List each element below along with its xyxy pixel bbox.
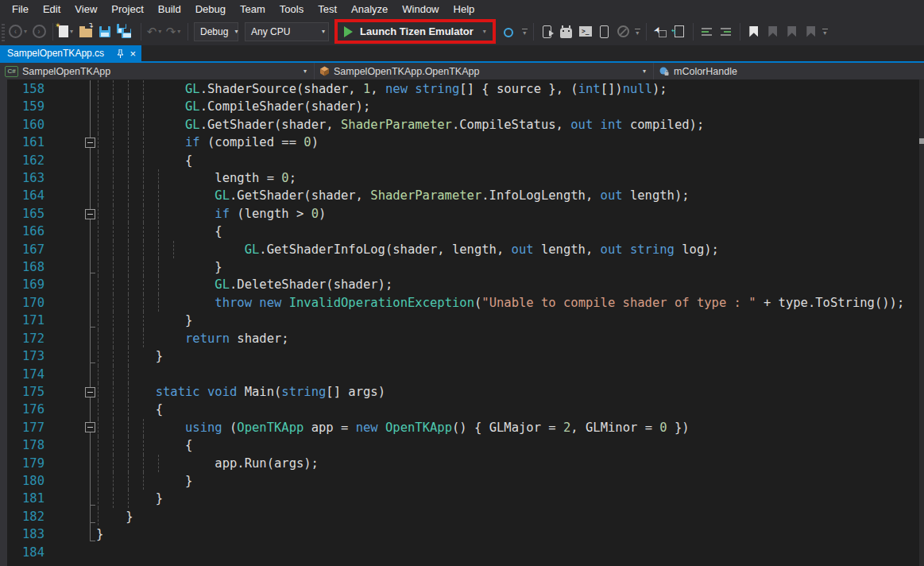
platform-value: Any CPU — [251, 26, 290, 37]
code-line-165[interactable]: 165 if (length > 0) — [0, 205, 924, 223]
next-bookmark-button[interactable] — [783, 21, 801, 43]
menu-item-team[interactable]: Team — [233, 2, 273, 17]
project-dropdown[interactable]: C# SampelOpenTKApp ▾ — [0, 63, 315, 79]
line-number: 175 — [0, 383, 44, 401]
code-line-178[interactable]: 178 { — [0, 436, 924, 454]
code-line-167[interactable]: 167 GL.GetShaderInfoLog(shader, length, … — [0, 241, 924, 258]
no-device-button[interactable] — [615, 21, 632, 43]
code-line-184[interactable]: 184 — [0, 544, 924, 561]
emulator-manager-button[interactable] — [558, 21, 575, 43]
menu-item-test[interactable]: Test — [311, 2, 344, 17]
increase-indent-button[interactable] — [717, 21, 735, 43]
code-line-174[interactable]: 174 — [0, 366, 924, 383]
line-number: 181 — [0, 490, 44, 507]
collapse-region-icon[interactable] — [85, 209, 95, 219]
sdb-terminal-button[interactable]: >_ — [577, 21, 594, 43]
back-history-dropdown[interactable]: ▾ — [22, 28, 29, 35]
toolbar-overflow-button[interactable]: ▾ — [520, 29, 529, 35]
navigate-forward-button[interactable]: › — [30, 21, 48, 43]
vertical-scrollbar[interactable] — [919, 79, 924, 566]
menu-item-analyze[interactable]: Analyze — [344, 2, 395, 17]
code-line-158[interactable]: 158 GL.ShaderSource(shader, 1, new strin… — [0, 80, 924, 98]
launch-on-device-button[interactable] — [539, 21, 556, 43]
launch-tizen-emulator-button[interactable]: Launch Tizen Emulator ▾ — [344, 25, 488, 37]
menu-item-view[interactable]: View — [68, 2, 104, 17]
code-line-159[interactable]: 159 GL.CompileShader(shader); — [0, 98, 924, 115]
save-all-button[interactable] — [115, 24, 136, 40]
clear-bookmarks-button[interactable] — [802, 21, 820, 43]
visual-studio-window: FileEditViewProjectBuildDebugTeamToolsTe… — [0, 0, 924, 566]
member-dropdown[interactable]: mColorHandle — [654, 63, 924, 79]
menu-item-build[interactable]: Build — [151, 2, 188, 17]
code-line-173[interactable]: 173 } — [0, 347, 924, 365]
redo-dropdown[interactable]: ▾ — [176, 28, 182, 35]
code-line-162[interactable]: 162 { — [0, 152, 924, 169]
close-icon[interactable]: × — [130, 48, 136, 59]
code-line-170[interactable]: 170 throw new InvalidOperationException(… — [0, 294, 924, 312]
type-dropdown[interactable]: SampelOpenTKApp.OpenTKApp ▾ — [315, 63, 654, 79]
code-line-166[interactable]: 166 { — [0, 223, 924, 240]
menu-item-file[interactable]: File — [5, 2, 36, 17]
member-name: mColorHandle — [674, 66, 737, 77]
menu-item-help[interactable]: Help — [447, 2, 482, 17]
menu-item-edit[interactable]: Edit — [36, 2, 68, 17]
previous-bookmark-button[interactable] — [764, 21, 782, 43]
redo-button[interactable]: ↷ ▾ — [165, 21, 183, 43]
code-line-160[interactable]: 160 GL.GetShader(shader, ShaderParameter… — [0, 116, 924, 134]
sync-active-document-button[interactable] — [671, 21, 688, 43]
solution-explorer-search-button[interactable] — [502, 21, 520, 43]
undo-dropdown[interactable]: ▾ — [157, 28, 163, 35]
code-line-180[interactable]: 180 } — [0, 472, 924, 490]
line-number: 158 — [0, 80, 44, 98]
menu-item-project[interactable]: Project — [104, 2, 150, 17]
code-line-171[interactable]: 171 } — [0, 312, 924, 329]
code-line-168[interactable]: 168 } — [0, 258, 924, 276]
code-line-161[interactable]: 161 if (compiled == 0) — [0, 134, 924, 151]
toolbar-separator — [141, 23, 141, 41]
code-line-172[interactable]: 172 return shader; — [0, 330, 924, 347]
open-file-button[interactable] — [77, 21, 95, 43]
device-manager-button[interactable] — [596, 21, 613, 43]
scrollbar-thumb[interactable] — [919, 138, 924, 144]
bookmark-group-overflow[interactable]: ▾ — [821, 29, 829, 35]
code-line-183[interactable]: 183} — [0, 525, 924, 543]
solution-configuration-select[interactable]: Debug ▾ — [194, 22, 238, 41]
menu-item-tools[interactable]: Tools — [273, 2, 311, 17]
code-line-175[interactable]: 175 static void Main(string[] args) — [0, 383, 924, 401]
code-line-179[interactable]: 179 app.Run(args); — [0, 455, 924, 472]
code-editor[interactable]: 158 GL.ShaderSource(shader, 1, new strin… — [0, 79, 924, 566]
launch-dropdown[interactable]: ▾ — [481, 28, 488, 35]
go-to-definition-button[interactable] — [651, 21, 669, 43]
collapse-region-icon[interactable] — [85, 138, 95, 148]
toolbar-grip[interactable] — [2, 22, 5, 41]
collapse-region-icon[interactable] — [85, 387, 95, 397]
decrease-indent-button[interactable] — [698, 21, 716, 43]
code-line-169[interactable]: 169 GL.DeleteShader(shader); — [0, 276, 924, 293]
code-line-181[interactable]: 181 } — [0, 490, 924, 507]
code-line-182[interactable]: 182 } — [0, 508, 924, 525]
device-play-icon — [543, 25, 551, 38]
device-group-overflow[interactable]: ▾ — [633, 29, 642, 35]
new-item-button[interactable]: ▾ — [58, 21, 75, 43]
pin-icon[interactable] — [117, 49, 124, 58]
collapse-region-icon[interactable] — [85, 422, 95, 432]
line-number: 176 — [0, 401, 44, 418]
line-number: 163 — [0, 169, 44, 187]
navigate-back-button[interactable]: ‹ ▾ — [9, 21, 29, 43]
code-line-177[interactable]: 177 using (OpenTKApp app = new OpenTKApp… — [0, 419, 924, 436]
fold-region-end-mark — [90, 537, 95, 541]
solution-platform-select[interactable]: Any CPU ▾ — [245, 22, 329, 41]
code-line-176[interactable]: 176 { — [0, 401, 924, 418]
private-field-icon — [659, 66, 670, 76]
undo-button[interactable]: ↶ ▾ — [146, 21, 164, 43]
menu-item-debug[interactable]: Debug — [188, 2, 233, 17]
tab-sampelopentkapp[interactable]: SampelOpenTKApp.cs × — [0, 45, 141, 61]
save-button[interactable] — [96, 21, 114, 43]
toggle-bookmark-button[interactable] — [745, 21, 763, 43]
indent-guide — [113, 366, 114, 383]
code-line-163[interactable]: 163 length = 0; — [0, 169, 924, 187]
new-item-dropdown[interactable]: ▾ — [68, 28, 75, 35]
menu-item-window[interactable]: Window — [395, 2, 446, 17]
code-line-164[interactable]: 164 GL.GetShader(shader, ShaderParameter… — [0, 187, 924, 204]
line-number: 177 — [0, 419, 44, 436]
